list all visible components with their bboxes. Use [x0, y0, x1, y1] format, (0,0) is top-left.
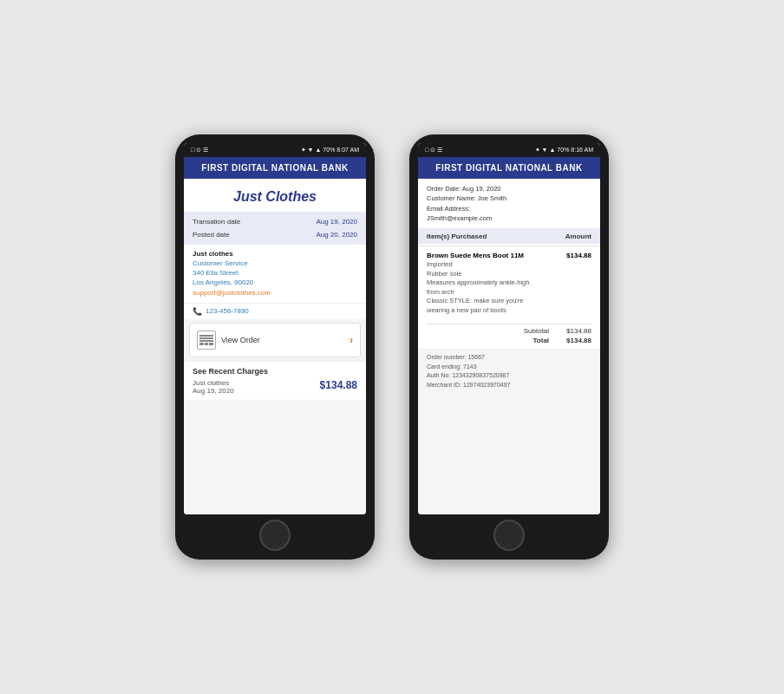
item-top: Brown Suede Mens Boot 11M $134.88 [427, 252, 591, 259]
charge-info: Just clothes Aug 19, 2020 [193, 379, 234, 395]
merchant-id: Merchant ID: 12974023970497 [427, 381, 591, 390]
item-row: Brown Suede Mens Boot 11M $134.88 Import… [418, 248, 600, 318]
view-order-section[interactable]: View Order › [189, 323, 361, 357]
order-date: Order Date: Aug 19, 2020 [427, 184, 591, 193]
bank-header-2: FIRST DIGITAL NATIONAL BANK [418, 157, 600, 179]
card-ending: Card ending: 7143 [427, 363, 591, 372]
amount-col-header: Amount [565, 232, 591, 240]
total-value: $134.88 [566, 337, 591, 344]
totals-divider [427, 324, 591, 324]
customer-service-line: Customer Service [193, 259, 357, 268]
phone-icon: 📞 [193, 307, 202, 316]
charge-row: Just clothes Aug 19, 2020 $134.88 [193, 379, 357, 395]
items-table: Item(s) Purchased Amount Brown Suede Men… [418, 229, 600, 318]
subtotal-row: Subtotal $134.88 [427, 326, 591, 336]
phone-number: 123-456-7890 [206, 307, 249, 315]
merchant-title: Just Clothes [193, 189, 357, 205]
desc-line-5: wearing a new pair of boots [427, 306, 591, 316]
desc-line-2: Measures approximately ankle-high [427, 278, 591, 288]
items-col-header: Item(s) Purchased [427, 232, 487, 240]
status-left-1: □ ⊙ ☰ [191, 147, 208, 154]
transaction-date-value: Aug 19, 2020 [316, 218, 357, 226]
phone-2: □ ⊙ ☰ ✦ ▼ ▲ 70% 8:16 AM FIRST DIGITAL NA… [409, 134, 609, 560]
customer-name: Customer Name: Joe Smith [427, 193, 591, 203]
view-order-left: View Order [197, 331, 260, 350]
merchant-title-section: Just Clothes [184, 179, 366, 212]
home-button-1[interactable] [259, 520, 291, 551]
items-header: Item(s) Purchased Amount [418, 229, 600, 244]
desc-line-3: from arch [427, 288, 591, 298]
subtotal-value: $134.88 [566, 327, 591, 335]
phones-container: □ ⊙ ☰ ✦ ▼ ▲ 70% 8:07 AM FIRST DIGITAL NA… [175, 134, 609, 560]
chevron-right-icon: › [350, 334, 353, 346]
city-line: Los Angeles, 90020 [193, 278, 357, 287]
phone-section[interactable]: 📞 123-456-7890 [184, 303, 366, 319]
desc-line-0: Imported [427, 260, 591, 270]
address-line: 340 Ella Street [193, 268, 357, 278]
charge-amount: $134.88 [320, 379, 357, 391]
desc-line-4: Classic STYLE: make sure you're [427, 297, 591, 306]
status-bar-2: □ ⊙ ☰ ✦ ▼ ▲ 70% 8:16 AM [418, 143, 600, 157]
status-bar-1: □ ⊙ ☰ ✦ ▼ ▲ 70% 8:07 AM [184, 143, 366, 157]
bank-header-1: FIRST DIGITAL NATIONAL BANK [184, 157, 366, 179]
posted-date-label: Posted date [193, 231, 230, 239]
item-price: $134.88 [566, 252, 591, 259]
total-row: Total $134.88 [427, 336, 591, 345]
order-detail-section: Order Date: Aug 19, 2020 Customer Name: … [418, 179, 600, 229]
dates-section: Transation date Aug 19, 2020 Posted date… [184, 212, 366, 245]
subtotal-label: Subtotal [524, 327, 549, 335]
status-right-1: ✦ ▼ ▲ 70% 8:07 AM [301, 147, 359, 154]
view-order-text: View Order [221, 336, 260, 344]
order-number: Order number: 15667 [427, 353, 591, 363]
desc-line-1: Rubber sole [427, 270, 591, 279]
phone-2-screen: □ ⊙ ☰ ✦ ▼ ▲ 70% 8:16 AM FIRST DIGITAL NA… [418, 143, 600, 514]
bank-name-1: FIRST DIGITAL NATIONAL BANK [201, 163, 348, 173]
recent-charges-section: See Recent Charges Just clothes Aug 19, … [184, 361, 366, 400]
home-button-2[interactable] [493, 520, 525, 551]
screen-content-1: Just Clothes Transation date Aug 19, 202… [184, 179, 366, 514]
charge-date: Aug 19, 2020 [193, 387, 234, 395]
transaction-date-label: Transation date [193, 218, 240, 226]
total-label: Total [533, 337, 550, 344]
auth-no: Auth No: 12343290837520987 [427, 371, 591, 381]
order-footer: Order number: 15667 Card ending: 7143 Au… [418, 349, 600, 393]
status-left-2: □ ⊙ ☰ [425, 147, 442, 154]
receipt-icon [197, 331, 216, 350]
transaction-date-row: Transation date Aug 19, 2020 [193, 215, 357, 228]
merchant-info-section: Just clothes Customer Service 340 Ella S… [184, 245, 366, 303]
totals-section: Subtotal $134.88 Total $134.88 [418, 318, 600, 349]
bank-name-2: FIRST DIGITAL NATIONAL BANK [435, 163, 582, 173]
phone-1-screen: □ ⊙ ☰ ✦ ▼ ▲ 70% 8:07 AM FIRST DIGITAL NA… [184, 143, 366, 514]
recent-charges-title: See Recent Charges [193, 367, 357, 376]
screen-content-2: Order Date: Aug 19, 2020 Customer Name: … [418, 179, 600, 514]
posted-date-row: Posted date Aug 20, 2020 [193, 228, 357, 241]
phone-1: □ ⊙ ☰ ✦ ▼ ▲ 70% 8:07 AM FIRST DIGITAL NA… [175, 134, 375, 560]
posted-date-value: Aug 20, 2020 [316, 231, 357, 239]
email-label: Email Address: [427, 204, 591, 213]
table-divider [418, 246, 600, 246]
item-name: Brown Suede Mens Boot 11M [427, 252, 524, 259]
item-desc: Imported Rubber sole Measures approximat… [427, 260, 591, 315]
email-address: JSmith@example.com [427, 213, 591, 223]
charge-merchant: Just clothes [193, 379, 234, 387]
merchant-name: Just clothes [193, 250, 357, 258]
support-email[interactable]: support@justclothes.com [193, 288, 357, 298]
status-right-2: ✦ ▼ ▲ 70% 8:16 AM [535, 147, 593, 154]
